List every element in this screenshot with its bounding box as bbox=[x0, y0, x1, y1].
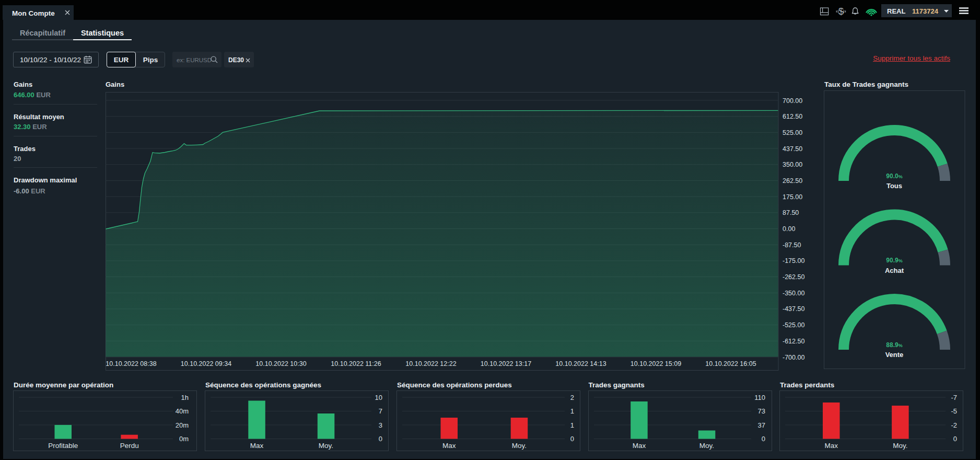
svg-text:Perdu: Perdu bbox=[120, 442, 139, 450]
svg-text:Moy.: Moy. bbox=[319, 442, 333, 450]
svg-text:73: 73 bbox=[757, 407, 765, 415]
svg-text:88.9%: 88.9% bbox=[886, 341, 902, 349]
svg-text:10.10.2022 12:22: 10.10.2022 12:22 bbox=[405, 360, 456, 367]
svg-text:40m: 40m bbox=[176, 407, 189, 415]
svg-text:Max: Max bbox=[442, 442, 456, 450]
svg-text:110: 110 bbox=[754, 394, 765, 401]
svg-text:-262.50: -262.50 bbox=[783, 273, 804, 281]
svg-text:3: 3 bbox=[379, 421, 382, 429]
svg-text:87.50: 87.50 bbox=[783, 209, 799, 216]
svg-text:Vente: Vente bbox=[885, 351, 904, 359]
svg-text:Moy.: Moy. bbox=[512, 442, 527, 450]
svg-text:-350.00: -350.00 bbox=[783, 290, 804, 297]
svg-text:Tous: Tous bbox=[886, 182, 902, 190]
svg-text:Max: Max bbox=[825, 442, 838, 450]
svg-text:1: 1 bbox=[570, 421, 574, 429]
svg-text:1: 1 bbox=[570, 407, 574, 415]
svg-text:0m: 0m bbox=[179, 435, 189, 443]
svg-text:10.10.2022 14:13: 10.10.2022 14:13 bbox=[555, 360, 606, 367]
svg-text:175.00: 175.00 bbox=[783, 193, 802, 201]
svg-text:-612.50: -612.50 bbox=[783, 338, 804, 345]
svg-text:-437.50: -437.50 bbox=[783, 305, 804, 313]
svg-text:-87.50: -87.50 bbox=[783, 242, 801, 249]
svg-text:10.10.2022 08:38: 10.10.2022 08:38 bbox=[106, 360, 156, 367]
svg-text:Profitable: Profitable bbox=[48, 442, 78, 450]
svg-text:10.10.2022 16:05: 10.10.2022 16:05 bbox=[705, 360, 756, 367]
svg-text:350.00: 350.00 bbox=[783, 161, 802, 168]
svg-text:Moy.: Moy. bbox=[893, 442, 907, 450]
svg-text:10.10.2022 15:09: 10.10.2022 15:09 bbox=[630, 360, 681, 367]
svg-text:10.10.2022 09:34: 10.10.2022 09:34 bbox=[180, 360, 231, 367]
svg-text:90.9%: 90.9% bbox=[886, 257, 902, 264]
svg-text:2: 2 bbox=[570, 394, 574, 401]
svg-text:-7: -7 bbox=[951, 394, 957, 401]
svg-text:-175.00: -175.00 bbox=[783, 257, 804, 264]
svg-text:10.10.2022 11:26: 10.10.2022 11:26 bbox=[331, 360, 381, 367]
svg-text:0: 0 bbox=[379, 435, 382, 443]
svg-text:Achat: Achat bbox=[885, 267, 904, 274]
svg-text:0: 0 bbox=[953, 435, 957, 443]
svg-text:525.00: 525.00 bbox=[783, 129, 802, 136]
svg-text:700.00: 700.00 bbox=[783, 97, 802, 105]
svg-text:10.10.2022 10:30: 10.10.2022 10:30 bbox=[255, 360, 306, 367]
svg-text:0: 0 bbox=[761, 435, 765, 443]
svg-text:10: 10 bbox=[375, 394, 382, 401]
svg-text:-2: -2 bbox=[951, 421, 957, 429]
svg-text:90.0%: 90.0% bbox=[886, 172, 902, 180]
svg-text:1h: 1h bbox=[181, 394, 189, 401]
svg-text:0: 0 bbox=[570, 435, 574, 443]
svg-text:37: 37 bbox=[757, 421, 765, 429]
svg-text:20m: 20m bbox=[176, 421, 189, 429]
svg-text:0.00: 0.00 bbox=[783, 225, 795, 233]
svg-text:262.50: 262.50 bbox=[783, 177, 802, 185]
svg-text:612.50: 612.50 bbox=[783, 113, 802, 120]
svg-text:$: $ bbox=[838, 6, 844, 17]
svg-text:10.10.2022 13:17: 10.10.2022 13:17 bbox=[480, 360, 531, 367]
svg-text:-525.00: -525.00 bbox=[783, 321, 804, 329]
svg-text:437.50: 437.50 bbox=[783, 145, 802, 153]
svg-text:Moy.: Moy. bbox=[699, 442, 714, 450]
svg-text:Max: Max bbox=[632, 442, 646, 450]
svg-text:-700.00: -700.00 bbox=[783, 354, 804, 361]
svg-text:7: 7 bbox=[379, 407, 382, 415]
svg-text:-5: -5 bbox=[951, 407, 957, 415]
svg-text:Max: Max bbox=[250, 442, 264, 450]
